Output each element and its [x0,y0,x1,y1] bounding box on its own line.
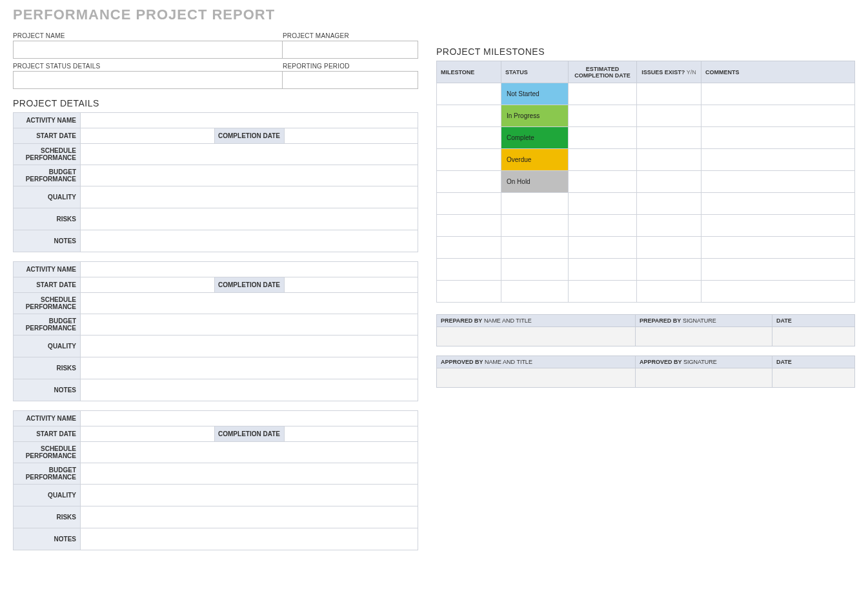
milestone-cell[interactable] [437,171,501,193]
comments-cell[interactable] [701,149,855,171]
milestone-row [437,259,855,281]
start-date-field[interactable] [81,277,215,293]
page-title: PERFORMANCE PROJECT REPORT [13,6,855,23]
budget-performance-field[interactable] [81,314,418,336]
issues-exist-cell[interactable] [637,171,701,193]
comments-cell[interactable] [701,237,855,259]
comments-cell[interactable] [701,127,855,149]
comments-cell[interactable] [701,105,855,127]
project-status-details-field[interactable] [13,71,283,89]
est-completion-cell[interactable] [569,281,637,303]
budget-performance-label: BUDGET PERFORMANCE [14,463,81,485]
budget-performance-field[interactable] [81,463,418,485]
status-cell[interactable]: Overdue [501,149,569,171]
milestone-cell[interactable] [437,193,501,215]
milestone-row: Complete [437,127,855,149]
schedule-performance-field[interactable] [81,293,418,314]
activity-name-field[interactable] [81,411,418,426]
schedule-performance-label: SCHEDULE PERFORMANCE [14,144,81,165]
quality-field[interactable] [81,336,418,357]
milestone-cell[interactable] [437,281,501,303]
comments-cell[interactable] [701,281,855,303]
status-cell[interactable] [501,215,569,237]
activity-name-field[interactable] [81,262,418,277]
project-details-heading: PROJECT DETAILS [13,98,418,108]
activity-name-field[interactable] [81,113,418,128]
completion-date-field[interactable] [284,128,418,144]
est-completion-cell[interactable] [569,193,637,215]
milestone-cell[interactable] [437,259,501,281]
notes-field[interactable] [81,528,418,550]
completion-date-field[interactable] [284,426,418,442]
completion-date-label: COMPLETION DATE [214,277,284,293]
risks-field[interactable] [81,208,418,230]
completion-date-field[interactable] [284,277,418,293]
quality-field[interactable] [81,485,418,506]
notes-field[interactable] [81,379,418,401]
project-name-field[interactable] [13,41,283,59]
issues-exist-cell[interactable] [637,127,701,149]
status-cell[interactable] [501,193,569,215]
project-manager-field[interactable] [283,41,418,59]
status-cell[interactable]: On Hold [501,171,569,193]
budget-performance-field[interactable] [81,165,418,186]
issues-exist-cell[interactable] [637,83,701,105]
reporting-period-field[interactable] [283,71,418,89]
milestone-cell[interactable] [437,83,501,105]
issues-exist-cell[interactable] [637,281,701,303]
risks-label: RISKS [14,357,81,379]
comments-cell[interactable] [701,215,855,237]
prepared-by-date-field[interactable] [772,327,855,346]
prepared-by-name-field[interactable] [437,327,636,346]
est-completion-cell[interactable] [569,237,637,259]
est-completion-cell[interactable] [569,149,637,171]
status-cell[interactable] [501,259,569,281]
schedule-performance-field[interactable] [81,144,418,165]
est-completion-cell[interactable] [569,127,637,149]
comments-cell[interactable] [701,171,855,193]
issues-exist-cell[interactable] [637,149,701,171]
status-cell[interactable]: Not Started [501,83,569,105]
status-cell[interactable]: Complete [501,127,569,149]
comments-cell[interactable] [701,259,855,281]
risks-field[interactable] [81,357,418,379]
est-completion-cell[interactable] [569,105,637,127]
status-col-header: STATUS [501,61,569,83]
comments-cell[interactable] [701,83,855,105]
milestone-row: On Hold [437,171,855,193]
est-completion-cell[interactable] [569,215,637,237]
approved-by-name-field[interactable] [437,368,636,388]
milestone-cell[interactable] [437,149,501,171]
milestone-row [437,237,855,259]
issues-exist-cell[interactable] [637,237,701,259]
notes-field[interactable] [81,230,418,252]
status-cell[interactable] [501,237,569,259]
issues-exist-cell[interactable] [637,259,701,281]
start-date-field[interactable] [81,128,215,144]
milestones-table: MILESTONE STATUS ESTIMATED COMPLETION DA… [436,61,855,303]
comments-cell[interactable] [701,193,855,215]
quality-field[interactable] [81,186,418,208]
activity-table: ACTIVITY NAMESTART DATECOMPLETION DATESC… [13,261,418,401]
milestone-cell[interactable] [437,105,501,127]
status-cell[interactable]: In Progress [501,105,569,127]
start-date-field[interactable] [81,426,215,442]
est-completion-cell[interactable] [569,259,637,281]
issues-exist-cell[interactable] [637,193,701,215]
prepared-by-signature-field[interactable] [636,327,772,346]
schedule-performance-field[interactable] [81,442,418,463]
milestone-cell[interactable] [437,237,501,259]
milestone-cell[interactable] [437,127,501,149]
risks-field[interactable] [81,506,418,528]
est-completion-cell[interactable] [569,171,637,193]
issues-exist-cell[interactable] [637,215,701,237]
milestone-cell[interactable] [437,215,501,237]
project-status-details-label: PROJECT STATUS DETAILS [13,61,283,71]
project-name-label: PROJECT NAME [13,31,283,41]
milestone-row [437,281,855,303]
issues-exist-cell[interactable] [637,105,701,127]
approved-by-signature-field[interactable] [636,368,772,388]
status-cell[interactable] [501,281,569,303]
approved-by-date-field[interactable] [772,368,855,388]
est-completion-cell[interactable] [569,83,637,105]
